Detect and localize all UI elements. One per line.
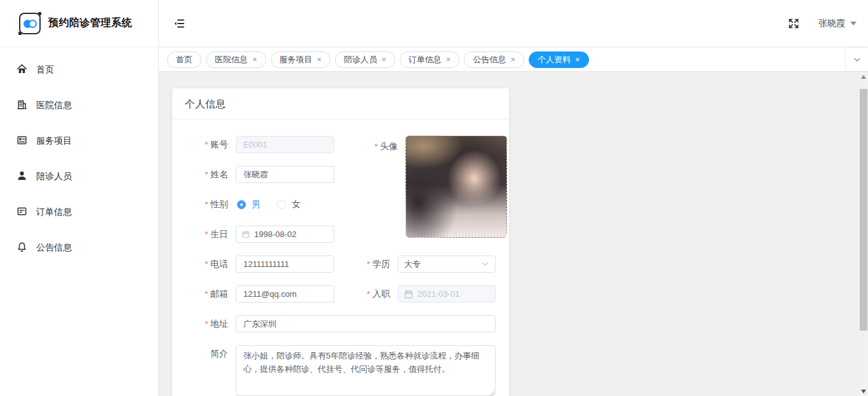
name-input[interactable]: [236, 166, 334, 183]
sidebar-item-notices[interactable]: 公告信息: [0, 230, 158, 266]
avatar-label: 头像: [342, 135, 405, 155]
app-title: 预约陪诊管理系统: [48, 17, 132, 30]
hiredate-datepicker: 2021-03-01: [398, 285, 496, 303]
sidebar-menu: 首页 医院信息 服务项目 陪诊人员: [0, 47, 158, 266]
gender-label: 性别: [172, 196, 236, 213]
close-icon[interactable]: ×: [575, 55, 580, 64]
app-logo: 预约陪诊管理系统: [0, 0, 158, 47]
service-card-icon: [17, 135, 27, 147]
radio-icon: [277, 200, 286, 209]
sidebar-item-label: 公告信息: [36, 242, 72, 254]
sidebar-item-label: 服务项目: [36, 135, 72, 147]
tab-label: 陪诊人员: [344, 54, 377, 65]
main-content: 个人信息 账号 姓名 性别 男: [159, 72, 868, 396]
radio-icon: [237, 200, 246, 209]
app-logo-icon: [19, 13, 41, 34]
sidebar-item-staff[interactable]: 陪诊人员: [0, 159, 158, 195]
sidebar-item-label: 陪诊人员: [36, 171, 72, 182]
tab-label: 首页: [176, 54, 193, 65]
intro-textarea-wrap: 张小姐，陪诊师。具有5年陪诊经验，熟悉各种就诊流程，办事细心，提供各种陪诊、代挂…: [236, 345, 496, 396]
birthday-label: 生日: [172, 226, 236, 243]
tab-hospital-info[interactable]: 医院信息 ×: [206, 51, 266, 68]
gender-radio-male[interactable]: 男: [237, 199, 261, 210]
phone-label: 电话: [172, 256, 236, 273]
chevron-down-icon: [481, 260, 489, 268]
close-icon[interactable]: ×: [510, 55, 515, 64]
sidebar: 预约陪诊管理系统 首页 医院信息 服务项目: [0, 0, 159, 396]
birthday-input[interactable]: [254, 229, 328, 239]
birthday-datepicker[interactable]: [236, 226, 334, 243]
sidebar-item-label: 首页: [36, 64, 54, 76]
username: 张晓霞: [818, 18, 845, 29]
education-select[interactable]: 大专: [398, 256, 496, 273]
sidebar-item-orders[interactable]: 订单信息: [0, 195, 158, 230]
gender-radio-female[interactable]: 女: [277, 199, 301, 210]
close-icon[interactable]: ×: [317, 55, 322, 64]
avatar-image[interactable]: [405, 135, 507, 238]
tab-label: 个人资料: [538, 54, 571, 65]
calendar-icon: [242, 230, 250, 239]
home-icon: [17, 64, 27, 76]
tab-staff[interactable]: 陪诊人员 ×: [335, 51, 395, 68]
form-row-avatar: 头像: [342, 135, 507, 238]
tab-profile[interactable]: 个人资料 ×: [529, 51, 589, 68]
name-label: 姓名: [172, 166, 236, 183]
calendar-icon: [404, 290, 413, 299]
order-form-icon: [17, 206, 27, 219]
education-label: 学历: [334, 256, 398, 273]
hiredate-label: 入职: [334, 285, 398, 303]
sidebar-item-hospital[interactable]: 医院信息: [0, 88, 158, 123]
profile-form: 账号 姓名 性别 男 女: [172, 119, 509, 396]
hiredate-value: 2021-03-01: [417, 289, 460, 299]
close-icon[interactable]: ×: [381, 55, 386, 64]
scroll-up-arrow[interactable]: [861, 75, 866, 79]
sidebar-item-label: 订单信息: [36, 207, 72, 218]
address-input[interactable]: [236, 315, 496, 332]
tab-notices[interactable]: 公告信息 ×: [464, 51, 524, 68]
account-label: 账号: [172, 136, 236, 153]
intro-label: 简介: [172, 345, 236, 362]
chevron-down-icon: [850, 22, 857, 25]
user-menu[interactable]: 张晓霞: [818, 18, 857, 29]
radio-label: 男: [252, 199, 261, 210]
card-title: 个人信息: [172, 88, 509, 119]
form-row-address: 地址: [172, 315, 509, 332]
tabs-dropdown-button[interactable]: [846, 48, 868, 71]
tab-label: 订单信息: [409, 54, 442, 65]
tab-home[interactable]: 首页: [167, 51, 201, 68]
tab-label: 医院信息: [215, 54, 248, 65]
intro-textarea[interactable]: 张小姐，陪诊师。具有5年陪诊经验，熟悉各种就诊流程，办事细心，提供各种陪诊、代挂…: [236, 345, 496, 396]
bell-icon: [17, 242, 27, 254]
scrollbar-thumb[interactable]: [860, 89, 867, 331]
vertical-scrollbar: [859, 72, 868, 396]
phone-input[interactable]: [236, 256, 334, 273]
account-input: [236, 136, 334, 153]
form-row-intro: 简介 张小姐，陪诊师。具有5年陪诊经验，熟悉各种就诊流程，办事细心，提供各种陪诊…: [172, 345, 509, 396]
hospital-icon: [17, 99, 27, 112]
sidebar-item-home[interactable]: 首页: [0, 52, 158, 88]
sidebar-item-services[interactable]: 服务项目: [0, 123, 158, 159]
header-right: 张晓霞: [788, 0, 857, 47]
email-input[interactable]: [236, 285, 334, 303]
fullscreen-icon[interactable]: [788, 18, 799, 29]
radio-label: 女: [292, 199, 301, 210]
close-icon[interactable]: ×: [252, 55, 257, 64]
scroll-down-arrow[interactable]: [861, 390, 866, 393]
form-row-phone-education: 电话 学历 大专: [172, 256, 509, 273]
sidebar-collapse-icon[interactable]: [173, 17, 186, 30]
app-root: 预约陪诊管理系统 首页 医院信息 服务项目: [0, 0, 868, 396]
address-label: 地址: [172, 315, 236, 332]
tab-services[interactable]: 服务项目 ×: [271, 51, 331, 68]
tags-view-bar: 首页 医院信息 × 服务项目 × 陪诊人员 × 订单信息 × 公告信息 × 个人…: [159, 48, 868, 72]
email-label: 邮箱: [172, 285, 236, 303]
close-icon[interactable]: ×: [446, 55, 451, 64]
tab-orders[interactable]: 订单信息 ×: [400, 51, 460, 68]
tab-label: 服务项目: [280, 54, 313, 65]
person-icon: [17, 170, 27, 183]
education-value: 大专: [404, 259, 421, 270]
profile-card: 个人信息 账号 姓名 性别 男: [172, 88, 509, 396]
tab-label: 公告信息: [473, 54, 506, 65]
top-header: 张晓霞: [159, 0, 868, 47]
form-row-email-hiredate: 邮箱 入职 2021-03-01: [172, 285, 509, 303]
sidebar-item-label: 医院信息: [36, 100, 72, 111]
